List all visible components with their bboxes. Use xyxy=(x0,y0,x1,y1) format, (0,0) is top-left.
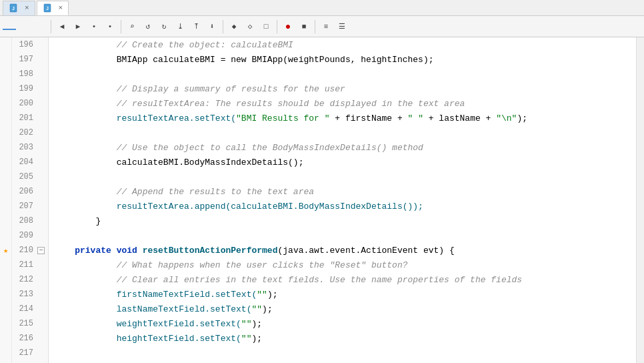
code-row[interactable] xyxy=(49,67,636,81)
toolbar-btn-10[interactable]: ⬇ xyxy=(205,19,219,34)
scrollbar[interactable] xyxy=(636,37,644,363)
tab-bmiapplication-close[interactable]: × xyxy=(25,4,29,12)
code-lines[interactable]: // Create the object: calculateBMI BMIAp… xyxy=(49,37,636,363)
gutter-row: 214 xyxy=(12,302,48,316)
indent xyxy=(54,157,117,167)
line-number: 198 xyxy=(12,69,37,79)
gutter-row: 212 xyxy=(12,272,48,287)
margin-row xyxy=(0,52,11,67)
toolbar-btn-16[interactable]: ☰ xyxy=(335,19,349,34)
toolbar-btn-2[interactable]: ▶ xyxy=(71,19,85,34)
margin-row: ★ xyxy=(0,243,11,258)
code-row[interactable]: // Create the object: calculateBMI xyxy=(49,37,636,52)
line-number: 200 xyxy=(12,99,37,108)
gutter-row: 206 xyxy=(12,184,48,199)
code-row[interactable]: resultTextArea.append(calculateBMI.BodyM… xyxy=(49,199,636,214)
code-row[interactable]: private void resetButtonActionPerformed(… xyxy=(49,243,636,258)
line-number: 204 xyxy=(12,157,37,167)
gutter-row: 197 xyxy=(12,52,48,67)
margin-row xyxy=(0,258,11,272)
tab-bmiapplication[interactable]: J × xyxy=(3,1,35,15)
toolbar-btn-9[interactable]: ⤒ xyxy=(189,19,203,34)
code-row[interactable]: weightTextField.setText(""); xyxy=(49,316,636,331)
line-number: 197 xyxy=(12,55,37,64)
code-row[interactable]: BMIApp calculateBMI = new BMIApp(weightP… xyxy=(49,52,636,67)
code-row[interactable] xyxy=(49,125,636,140)
toolbar-btn-13[interactable]: □ xyxy=(259,19,273,34)
line-number: 209 xyxy=(12,231,37,240)
code-row[interactable]: heightTextField.setText(""); xyxy=(49,331,636,346)
design-tab[interactable] xyxy=(16,23,29,30)
indent xyxy=(54,187,117,197)
toolbar-btn-7[interactable]: ↻ xyxy=(157,19,171,34)
code-row[interactable] xyxy=(49,169,636,184)
toolbar-btn-8[interactable]: ⤓ xyxy=(173,19,187,34)
code-row[interactable]: // Use the object to call the BodyMassIn… xyxy=(49,140,636,155)
source-tab[interactable] xyxy=(3,23,16,30)
code-row[interactable]: firstNameTextField.setText(""); xyxy=(49,287,636,302)
code-row[interactable]: } xyxy=(49,214,636,228)
history-tab[interactable] xyxy=(29,23,43,30)
margin-row xyxy=(0,37,11,52)
gutter-row: 203 xyxy=(12,140,48,155)
code-row[interactable] xyxy=(49,228,636,243)
margin-row xyxy=(0,228,11,243)
tab-bar: J × J × xyxy=(0,0,644,16)
toolbar-btn-14[interactable]: ■ xyxy=(297,19,311,34)
code-row[interactable]: resultTextArea.setText("BMI Results for … xyxy=(49,111,636,125)
line-number: 217 xyxy=(12,348,37,358)
left-margin: ★ xyxy=(0,37,12,363)
line-number: 208 xyxy=(12,216,37,226)
code-row[interactable] xyxy=(49,346,636,360)
java-file-icon-2: J xyxy=(43,3,52,13)
toolbar-btn-4[interactable]: • xyxy=(103,19,117,34)
code-row[interactable]: // resultTextArea: The results should be… xyxy=(49,96,636,111)
indent xyxy=(54,202,117,212)
line-gutter: 1961971981992002012022032042052062072082… xyxy=(12,37,49,363)
margin-row xyxy=(0,96,11,111)
margin-row xyxy=(0,316,11,331)
svg-text:J: J xyxy=(46,6,49,11)
indent xyxy=(54,304,117,314)
line-number: 216 xyxy=(12,334,37,343)
gutter-row: 207 xyxy=(12,199,48,214)
tab-bmiapp-close[interactable]: × xyxy=(59,4,63,12)
gutter-row: 208 xyxy=(12,214,48,228)
indent xyxy=(54,99,117,109)
code-row[interactable]: // Display a summary of results for the … xyxy=(49,81,636,96)
margin-row xyxy=(0,125,11,140)
indent xyxy=(54,55,117,65)
toolbar-btn-11[interactable]: ◆ xyxy=(227,19,241,34)
gutter-row: 196 xyxy=(12,37,48,52)
indent xyxy=(54,246,75,256)
code-row[interactable]: // Append the results to the text area xyxy=(49,184,636,199)
run-btn[interactable]: ● xyxy=(281,19,295,34)
margin-row xyxy=(0,199,11,214)
code-row[interactable]: calculateBMI.BodyMassIndexDetails(); xyxy=(49,155,636,169)
toolbar-btn-12[interactable]: ◇ xyxy=(243,19,257,34)
margin-row xyxy=(0,140,11,155)
toolbar-btn-1[interactable]: ◀ xyxy=(55,19,69,34)
code-row[interactable]: lastNameTextField.setText(""); xyxy=(49,302,636,316)
svg-text:J: J xyxy=(12,6,15,11)
gutter-row: 205 xyxy=(12,169,48,184)
line-number: 214 xyxy=(12,304,37,314)
toolbar-btn-3[interactable]: • xyxy=(87,19,101,34)
gutter-row: 201 xyxy=(12,111,48,125)
margin-row xyxy=(0,214,11,228)
line-number: 205 xyxy=(12,172,37,182)
code-row[interactable]: // What happens when the user clicks the… xyxy=(49,258,636,272)
toolbar-btn-6[interactable]: ↺ xyxy=(141,19,155,34)
line-number: 213 xyxy=(12,290,37,299)
indent xyxy=(54,290,117,300)
margin-row xyxy=(0,111,11,125)
toolbar-btn-5[interactable]: ⌕ xyxy=(125,19,139,34)
margin-row xyxy=(0,272,11,287)
toolbar-btn-15[interactable]: ≡ xyxy=(319,19,333,34)
separator-4 xyxy=(277,20,277,33)
bookmark-icon: ★ xyxy=(3,246,8,256)
line-number: 206 xyxy=(12,187,37,196)
fold-icon[interactable]: − xyxy=(37,247,45,254)
code-row[interactable]: // Clear all entries in the text fields.… xyxy=(49,272,636,287)
tab-bmiapp[interactable]: J × xyxy=(37,1,69,15)
